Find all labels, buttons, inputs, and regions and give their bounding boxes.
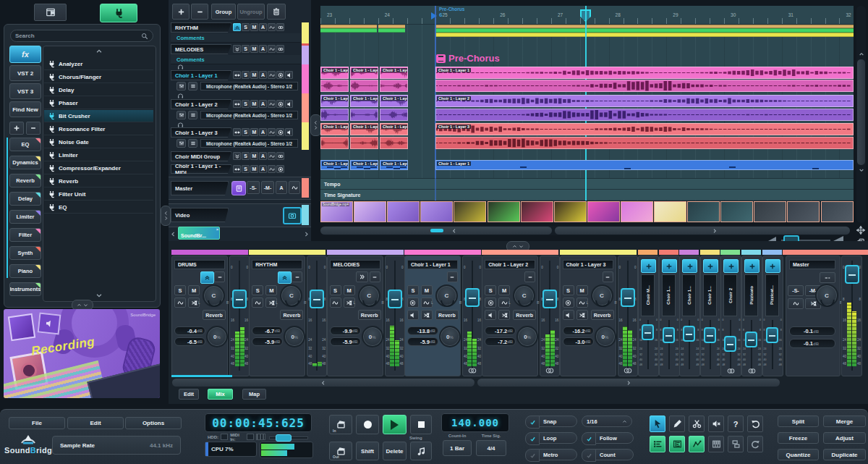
strip-remove-button[interactable] (603, 271, 613, 282)
track-M-button[interactable]: M (250, 71, 258, 79)
track-chev2U-button[interactable] (233, 23, 241, 31)
gain-value[interactable]: -17.2dB (485, 326, 516, 335)
tool-tracks[interactable] (650, 436, 665, 452)
mixer-tab-map[interactable]: Map (242, 389, 266, 400)
menu-icon[interactable] (188, 111, 197, 119)
toggle-loop[interactable]: Loop (525, 432, 577, 444)
swing-note-button[interactable] (410, 442, 432, 460)
track-record-button[interactable] (276, 128, 284, 136)
strip-shuffle-button[interactable] (576, 310, 588, 320)
remove-plugin-button[interactable] (26, 122, 41, 135)
track-A-button[interactable]: A (259, 165, 267, 173)
strip-S-button[interactable]: S (174, 285, 186, 295)
fader-handle[interactable] (845, 265, 859, 284)
pan-knob[interactable]: C (203, 284, 225, 307)
track-M-button[interactable]: M (250, 165, 258, 173)
plugin-item[interactable]: Delay (44, 84, 153, 96)
division-dropdown[interactable]: 1/16 (582, 416, 632, 427)
pan-knob[interactable]: 0% (362, 326, 383, 347)
tool-qmark[interactable]: ? (728, 416, 744, 432)
track-wave-button[interactable] (268, 45, 276, 53)
hscroll-right-icon[interactable] (711, 227, 718, 235)
strip-add-button[interactable] (723, 259, 739, 273)
panel-view-button[interactable] (34, 4, 67, 21)
audio-clip[interactable]: Choir 1 - Layer 2 (320, 95, 349, 107)
input-select[interactable]: Microphone (Realtek Audio) - Stereo 1/2 (200, 111, 298, 119)
track-M-button[interactable]: M (250, 128, 258, 136)
strip-add-button[interactable] (703, 259, 718, 273)
strip-M-button[interactable]: M (188, 285, 200, 295)
punch-in-button[interactable]: In (329, 415, 352, 434)
audio-clip[interactable] (350, 109, 378, 121)
track-S-button[interactable]: S (242, 128, 250, 136)
strip-shuffle-button[interactable] (421, 310, 433, 320)
toggle-label[interactable]: Snap (539, 416, 577, 427)
gain-value[interactable]: -6.7dB (252, 326, 283, 335)
audio-clip[interactable] (435, 80, 854, 92)
reverb-send-button[interactable]: Reverb (591, 310, 614, 320)
stop-button[interactable] (410, 415, 432, 434)
fader-handle[interactable] (232, 290, 247, 308)
plugin-item[interactable]: EQ (44, 201, 153, 214)
fader-handle[interactable] (465, 288, 480, 307)
strip-M-button[interactable]: M (344, 285, 355, 295)
tab-close-icon[interactable]: × (215, 227, 220, 232)
category-dynamics[interactable]: Dynamics (9, 156, 41, 169)
strip-add-button[interactable] (744, 259, 760, 273)
track-record-button[interactable] (276, 100, 284, 108)
gain-value[interactable]: -9.9dB (330, 326, 361, 335)
strip-add-button[interactable] (641, 259, 656, 273)
pan-knob[interactable]: 0% (439, 326, 461, 347)
menu-file[interactable]: File (9, 417, 65, 429)
vscroll-up-icon[interactable] (857, 51, 865, 58)
soundbridge-tab[interactable]: SoundBr...× (178, 227, 220, 240)
mixer-strip[interactable]: RHYTHMSMCLRReverb-6.7dB-5.9dB0% (249, 256, 305, 376)
track-wave-button[interactable] (268, 23, 276, 31)
action-duplicate[interactable]: Duplicate (823, 449, 866, 460)
splitter-timeline-handle[interactable] (310, 114, 321, 136)
track-wave-button[interactable] (268, 71, 276, 79)
mixer-strip-narrow[interactable]: Choir 1...008816162424323240404848 (679, 256, 700, 376)
mixer-tab-mix[interactable]: Mix (208, 389, 233, 400)
mixer-strip-narrow[interactable]: Pizzicato008816162424323240404848 (741, 256, 762, 376)
tempo-lane[interactable]: Tempo (320, 178, 854, 189)
pan-knob[interactable]: C (280, 284, 302, 307)
track-M-button[interactable]: M (250, 100, 258, 108)
track-speaker-button[interactable] (285, 128, 293, 136)
audio-clip[interactable]: Choir 1 - Layer 1 (350, 67, 378, 79)
strip-remove-button[interactable] (214, 271, 225, 282)
toggle-check[interactable] (525, 416, 540, 429)
video-camera-button[interactable] (283, 207, 302, 224)
strip-S-button[interactable]: S (563, 285, 574, 295)
master-panel-button[interactable] (231, 181, 246, 195)
mixer-hscroll-right[interactable] (477, 379, 780, 387)
fader-handle[interactable] (663, 327, 675, 343)
search-input[interactable]: Search (10, 30, 153, 42)
add-plugin-button[interactable] (9, 122, 24, 135)
strip-add-button[interactable] (682, 259, 697, 273)
track-chev2D-button[interactable] (233, 152, 241, 160)
category-filter[interactable]: Filter (9, 228, 41, 242)
toggle-check[interactable] (582, 449, 596, 462)
reverb-send-button[interactable]: Reverb (435, 310, 459, 320)
master-solo-button[interactable]: -S- (788, 285, 804, 296)
send-value[interactable]: -3.0dB (563, 337, 594, 346)
fader-handle[interactable] (642, 324, 654, 340)
mini-slider-handle[interactable] (276, 434, 292, 442)
action-freeze[interactable]: Freeze (778, 432, 819, 444)
mixer-strip[interactable]: MELODIESSMCLRReverb-9.9dB-5.9dB0% (327, 256, 383, 376)
ungroup-button[interactable]: Ungroup (237, 4, 265, 20)
mixer-strip-master[interactable]: Master-S--M-CLR-0.1dB-0.1dB (786, 256, 841, 376)
send-value[interactable]: -5.9dB (407, 337, 438, 346)
vscroll-down-icon[interactable] (857, 166, 865, 174)
plugin-item[interactable]: Compressor/Expander (44, 162, 153, 174)
audio-clip[interactable]: Choir 1 - Layer 2 (435, 95, 854, 107)
reverb-send-button[interactable]: Reverb (203, 310, 226, 320)
track-A-button[interactable]: A (259, 45, 267, 53)
pan-knob[interactable]: 0% (284, 326, 305, 347)
audio-clip[interactable]: Choir 1 - Layer 1 (435, 67, 854, 79)
track-wave-button[interactable] (268, 128, 276, 136)
collapse-button[interactable] (278, 271, 292, 284)
plugin-item[interactable]: Limiter (44, 149, 153, 161)
track-record-button[interactable] (276, 71, 284, 79)
